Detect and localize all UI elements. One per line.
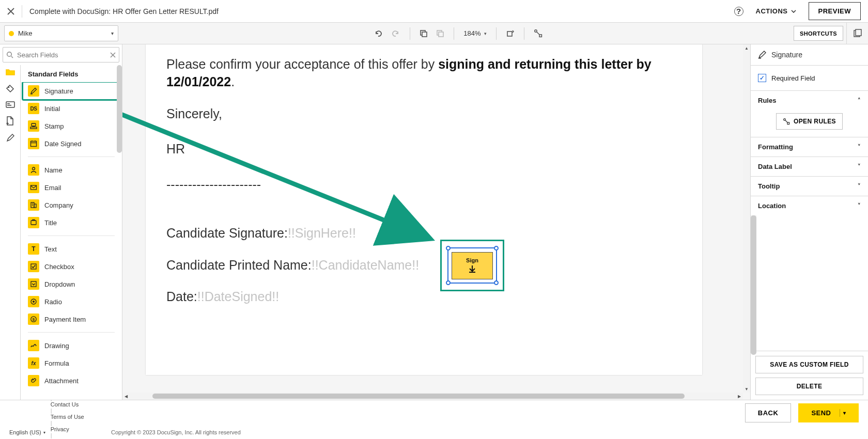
resize-handle-br[interactable] <box>494 280 499 285</box>
field-item-label: Formula <box>44 359 69 367</box>
open-rules-button[interactable]: OPEN RULES <box>776 113 843 130</box>
resize-handle-bl[interactable] <box>446 280 451 285</box>
footer-link-terms-of-use[interactable]: Terms of Use <box>51 414 101 420</box>
canvas-horizontal-scrollbar[interactable]: ◀ ▶ <box>122 393 743 400</box>
rail-standard-fields[interactable] <box>6 68 15 76</box>
field-item-dropdown[interactable]: Dropdown <box>23 275 120 293</box>
doc-token-candidate-name: !!CandidateName!! <box>312 258 419 272</box>
section-header-location[interactable]: Location˅ <box>751 196 868 215</box>
chevron-down-icon[interactable]: ▾ <box>835 410 846 416</box>
doc-text: Sincerely, <box>166 106 222 121</box>
field-item-initial[interactable]: DSInitial <box>23 100 120 117</box>
fields-scrollbar[interactable] <box>117 65 122 400</box>
svg-rect-21 <box>31 221 36 225</box>
actions-menu[interactable]: ACTIONS <box>751 7 801 15</box>
resize-handle-tl[interactable] <box>446 246 451 250</box>
clear-search-button[interactable] <box>110 52 116 58</box>
field-item-name[interactable]: Name <box>23 161 120 179</box>
language-selector[interactable]: English (US)▾ <box>9 429 45 435</box>
inspector-scroll-track[interactable] <box>751 215 868 351</box>
attachment-icon <box>28 375 39 386</box>
redo-icon <box>391 29 400 38</box>
resize-handle-tr[interactable] <box>494 246 499 250</box>
scroll-down-icon[interactable]: ▼ <box>743 385 750 393</box>
svg-point-17 <box>33 167 35 170</box>
close-icon <box>110 52 116 58</box>
doc-text: Please confirm your acceptance of this o… <box>166 57 438 71</box>
paste-button[interactable] <box>436 29 444 38</box>
redo-button[interactable] <box>391 29 400 38</box>
close-button[interactable] <box>7 8 14 15</box>
footer-link-privacy[interactable]: Privacy <box>51 426 101 432</box>
svg-rect-13 <box>7 105 11 106</box>
recipient-selector-wrap: Mike ▾ <box>4 25 118 41</box>
field-item-email[interactable]: Email <box>23 179 120 196</box>
field-inspector: Signature ✓ Required Field Rules ˄ OPEN … <box>750 44 868 400</box>
undo-button[interactable] <box>374 29 383 38</box>
date_signed-icon <box>28 138 39 149</box>
field-item-text[interactable]: TText <box>23 240 120 258</box>
doc-text: HR <box>166 142 185 156</box>
open-rules-label: OPEN RULES <box>794 118 836 125</box>
undo-icon <box>374 29 383 38</box>
section-header-data-label[interactable]: Data Label˅ <box>751 157 868 176</box>
recipient-color-dot <box>9 31 14 36</box>
copy-button[interactable] <box>420 29 428 38</box>
required-field-toggle[interactable]: ✓ Required Field <box>751 66 868 90</box>
footer-link-contact-us[interactable]: Contact Us <box>51 401 101 407</box>
svg-point-5 <box>534 30 536 32</box>
field-item-company[interactable]: Company <box>23 196 120 214</box>
field-item-label: Name <box>44 166 63 174</box>
scroll-up-icon[interactable]: ▲ <box>743 44 750 52</box>
send-button[interactable]: SEND ▾ <box>798 403 859 422</box>
field-item-label: Text <box>44 245 57 253</box>
svg-point-10 <box>8 87 10 88</box>
field-item-drawing[interactable]: Drawing <box>23 337 120 354</box>
field-item-date_signed[interactable]: Date Signed <box>23 135 120 152</box>
initial-icon: DS <box>28 103 39 114</box>
field-item-formula[interactable]: fxFormula <box>23 354 120 372</box>
save-as-custom-field-button[interactable]: SAVE AS CUSTOM FIELD <box>755 356 863 373</box>
chevron-down-icon: ˅ <box>858 183 861 190</box>
scroll-left-icon[interactable]: ◀ <box>122 393 130 400</box>
email-icon <box>28 182 39 193</box>
document-canvas[interactable]: Please confirm your acceptance of this o… <box>122 44 750 400</box>
field-item-attachment[interactable]: Attachment <box>23 372 120 389</box>
rail-merge-fields[interactable] <box>6 101 15 108</box>
rotate-button[interactable] <box>506 29 515 38</box>
rail-edit[interactable] <box>6 134 14 142</box>
recipient-selector[interactable]: Mike ▾ <box>4 25 118 41</box>
scroll-thumb[interactable] <box>152 394 685 399</box>
canvas-vertical-scrollbar[interactable]: ▲ ▼ <box>743 44 750 393</box>
zoom-control[interactable]: 184%▾ <box>463 29 486 37</box>
preview-button[interactable]: PREVIEW <box>809 2 861 20</box>
back-button[interactable]: BACK <box>745 403 792 422</box>
field-item-label: Attachment <box>44 377 79 385</box>
field-item-title[interactable]: Title <box>23 214 120 231</box>
scroll-right-icon[interactable]: ▶ <box>736 393 743 400</box>
field-item-payment[interactable]: $Payment Item <box>23 310 120 328</box>
help-button[interactable]: ? <box>734 7 743 16</box>
rail-document[interactable] <box>6 116 14 126</box>
field-item-radio[interactable]: Radio <box>23 293 120 310</box>
svg-rect-11 <box>6 102 14 107</box>
shortcuts-button[interactable]: SHORTCUTS <box>794 26 843 41</box>
signature-field-tag[interactable]: Sign <box>447 247 497 284</box>
section-header-tooltip[interactable]: Tooltip˅ <box>751 177 868 196</box>
formula-icon: fx <box>28 357 39 369</box>
field-item-stamp[interactable]: Stamp <box>23 117 120 135</box>
annotation-highlight-box: Sign <box>440 240 504 291</box>
rail-custom-fields[interactable] <box>6 84 14 93</box>
doc-text: . <box>231 74 235 89</box>
panels-icon <box>853 29 862 38</box>
section-header-formatting[interactable]: Formatting˅ <box>751 137 868 156</box>
panel-toggle[interactable] <box>846 23 868 44</box>
search-input[interactable] <box>17 51 106 59</box>
section-header-rules[interactable]: Rules ˄ <box>751 91 868 110</box>
field-item-signature[interactable]: Signature <box>23 82 120 100</box>
fields-header: Standard Fields <box>21 65 122 82</box>
rules-button[interactable] <box>534 29 542 38</box>
inspector-scroll-thumb[interactable] <box>751 215 756 355</box>
field-item-checkbox[interactable]: Checkbox <box>23 258 120 275</box>
delete-field-button[interactable]: DELETE <box>755 378 863 395</box>
